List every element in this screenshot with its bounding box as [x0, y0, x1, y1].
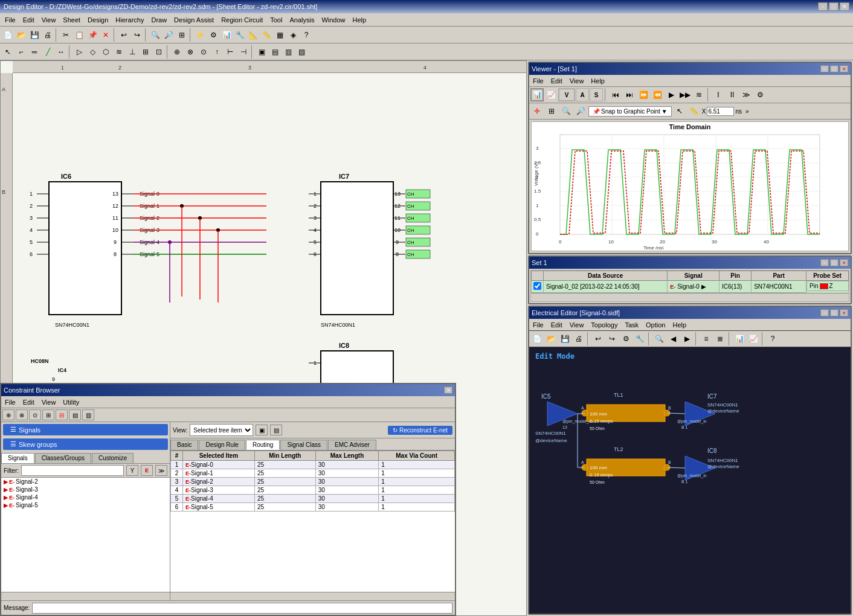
open-btn[interactable]: 📂	[14, 28, 28, 42]
tb-extra6[interactable]: 📏	[260, 28, 273, 42]
cb-tb7[interactable]: ▥	[82, 409, 94, 420]
tab-routing[interactable]: Routing	[246, 440, 280, 450]
delete-btn[interactable]: ✕	[99, 28, 112, 42]
viewer-settings[interactable]: ⚙	[753, 88, 767, 101]
menu-tool[interactable]: Tool	[266, 15, 286, 25]
tab-customize[interactable]: Customize	[92, 453, 134, 463]
viewer-play-fwd[interactable]: ▶	[665, 88, 678, 101]
tb-extra4[interactable]: 🔧	[233, 28, 246, 42]
cb-tb2[interactable]: ⊗	[16, 409, 28, 420]
shape5[interactable]: ⊥	[126, 45, 139, 59]
close-button[interactable]: ✕	[840, 2, 849, 11]
viewer-tb1[interactable]: 📊	[530, 88, 544, 101]
set-col-probe[interactable]: Probe Set	[806, 271, 849, 281]
table-row[interactable]: 6 E-Signal-5 25 30 1	[171, 503, 455, 512]
viewer-play-fwd2[interactable]: ▶▶	[678, 88, 692, 101]
cb-left-scrollbar[interactable]	[1, 592, 170, 600]
signal-item-3[interactable]: ▶ E- Signal-3	[1, 486, 170, 493]
menu-draw[interactable]: Draw	[147, 15, 170, 25]
cb-tb5[interactable]: ⊟	[56, 409, 68, 420]
viewer-tb2[interactable]: 📈	[544, 88, 558, 101]
viewer-marker3[interactable]: ≫	[739, 88, 753, 101]
viewer-play-prev[interactable]: ⏭	[623, 88, 636, 101]
elec-tb7[interactable]: ◀	[666, 332, 680, 345]
cb-tb4[interactable]: ⊞	[42, 409, 54, 420]
elec-menu-view[interactable]: View	[566, 320, 588, 330]
set-minimize[interactable]: −	[820, 259, 829, 266]
elec-zoom[interactable]: 🔍	[652, 332, 666, 345]
elec-tb4[interactable]: 🖨	[572, 332, 585, 345]
set-col-signal[interactable]: Signal	[668, 271, 719, 281]
elec-maximize[interactable]: □	[830, 309, 839, 316]
viewer-marker2[interactable]: II	[726, 88, 739, 101]
viewer-marker1[interactable]: I	[712, 88, 725, 101]
set-table-container[interactable]: Data Source Signal Pin Part Probe Set Si…	[530, 270, 849, 302]
elec-menu-file[interactable]: File	[529, 320, 547, 330]
view-select[interactable]: Selected tree item All Net Class Signal …	[190, 424, 253, 436]
col-item[interactable]: Selected Item	[183, 451, 255, 461]
viewer-waveform[interactable]: ≋	[692, 88, 706, 101]
tab-signal-class[interactable]: Signal Class	[280, 440, 327, 450]
paste-btn[interactable]: 📌	[86, 28, 99, 42]
view-icon-btn2[interactable]: ▤	[270, 425, 282, 435]
tab-signals[interactable]: Signals	[1, 453, 34, 463]
cb-menu-view[interactable]: View	[38, 397, 60, 407]
elec-menu-help[interactable]: Help	[669, 320, 690, 330]
set-maximize[interactable]: □	[830, 259, 839, 266]
viewer-grid[interactable]: ⊞	[545, 104, 558, 118]
tb-extra2[interactable]: ⚙	[207, 28, 220, 42]
new-btn[interactable]: 📄	[1, 28, 14, 42]
message-input[interactable]	[32, 603, 452, 614]
net6[interactable]: ⊣	[237, 45, 250, 59]
signals-button[interactable]: ☰ Signals	[3, 424, 168, 435]
tab-basic[interactable]: Basic	[170, 440, 198, 450]
sym4[interactable]: ▧	[295, 45, 308, 59]
table-row[interactable]: 3 E-Signal-2 25 30 1	[171, 478, 455, 486]
redo-btn[interactable]: ↪	[130, 28, 144, 42]
set-col-source[interactable]: Data Source	[544, 271, 668, 281]
menu-analysis[interactable]: Analysis	[286, 15, 318, 25]
viewer-pointer[interactable]: ↖	[673, 104, 686, 118]
viewer-expand[interactable]: »	[745, 108, 749, 115]
snap-to-graphic-button[interactable]: 📌 Snap to Graphic Point ▼	[588, 106, 672, 117]
skew-button[interactable]: ☰ Skew groups	[3, 438, 168, 450]
elec-tb8[interactable]: ▶	[680, 332, 694, 345]
cb-close-x[interactable]: ✕	[444, 387, 452, 394]
zoom-in-btn[interactable]: 🔍	[149, 28, 162, 42]
arrow-btn[interactable]: ↔	[54, 45, 68, 59]
tb-extra1[interactable]: ⚡	[193, 28, 207, 42]
elec-canvas[interactable]: Edit Mode IC5 SN74HC00N1 @deviceName @pi…	[529, 347, 851, 614]
viewer-maximize[interactable]: □	[830, 65, 839, 72]
viewer-menu-help[interactable]: Help	[587, 76, 608, 86]
shape2[interactable]: ◇	[86, 45, 99, 59]
table-row[interactable]: 2 E-Signal-1 25 30 1	[171, 469, 455, 478]
shape6[interactable]: ⊞	[139, 45, 152, 59]
sym1[interactable]: ▣	[255, 45, 268, 59]
sym2[interactable]: ▤	[268, 45, 282, 59]
set-scrollbar-h[interactable]	[531, 293, 849, 301]
routing-table-container[interactable]: # Selected Item Min Length Max Length Ma…	[170, 451, 455, 592]
select-btn[interactable]: ↖	[1, 45, 14, 59]
fit-btn[interactable]: ⊞	[175, 28, 188, 42]
filter-btn3[interactable]: ≫	[155, 465, 167, 476]
cb-menu-edit[interactable]: Edit	[19, 397, 38, 407]
elec-tb3[interactable]: 💾	[558, 332, 571, 345]
print-btn[interactable]: 🖨	[41, 28, 54, 42]
shape7[interactable]: ⊡	[152, 45, 166, 59]
viewer-mode-v[interactable]: V	[558, 88, 575, 101]
undo-btn[interactable]: ↩	[117, 28, 130, 42]
elec-menu-topology[interactable]: Topology	[587, 320, 621, 330]
menu-sheet[interactable]: Sheet	[59, 15, 84, 25]
table-row[interactable]: 4 E-Signal-3 25 30 1	[171, 486, 455, 495]
tab-emc-adviser[interactable]: EMC Adviser	[328, 440, 376, 450]
tb-extra8[interactable]: ◈	[286, 28, 300, 42]
elec-minimize[interactable]: −	[820, 309, 829, 316]
signal-list[interactable]: ▶ E- Signal-2 ▶ E- Signal-3 ▶ E- Signal-…	[1, 478, 170, 592]
col-min[interactable]: Min Length	[254, 451, 315, 461]
routing-scrollbar-h[interactable]	[170, 592, 455, 600]
signal-item-2[interactable]: ▶ E- Signal-2	[1, 478, 170, 486]
viewer-close[interactable]: ✕	[840, 65, 848, 72]
filter-input[interactable]	[21, 465, 124, 476]
filter-btn1[interactable]: Y	[126, 465, 138, 476]
tb-help[interactable]: ?	[300, 28, 313, 42]
